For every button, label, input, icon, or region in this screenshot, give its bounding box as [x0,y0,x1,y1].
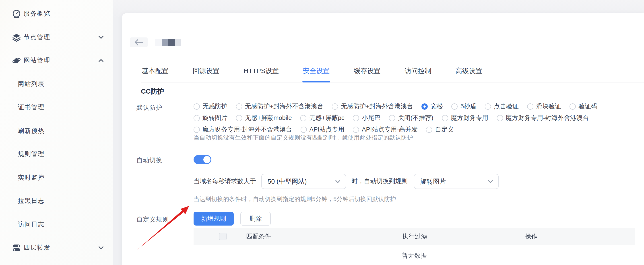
radio-option[interactable]: 无感+屏蔽pc [300,114,344,122]
custom-rules-table: 匹配条件 执行过滤 操作 暂无数据 [194,228,635,265]
radio-option[interactable]: 无感防护+封海外含港澳台 [332,102,413,111]
threshold-select[interactable]: 50 (中型网站) [261,174,346,189]
radio-option[interactable]: 旋转图片 [194,114,228,122]
app-root: 服务概览 节点管理 网站管理 [0,0,644,265]
radio-label: 5秒盾 [460,102,476,111]
radio-icon [300,115,306,121]
arrow-left-icon [134,39,143,45]
table-empty-state: 暂无数据 [194,245,635,265]
tab-origin-settings[interactable]: 回源设置 [192,60,220,82]
radio-row: 无感防护 无感防护+封海外不含港澳台 无感防护+封海外含港澳台 宽松 5秒盾 点… [194,102,637,111]
default-protection-help: 当自动切换没有生效和下面的自定义规则没有匹配到时，就使用此处指定的默认防护 [194,134,413,142]
add-rule-button[interactable]: 新增规则 [194,212,234,226]
sidebar-item-access-log[interactable]: 访问日志 [0,213,113,236]
chevron-down-icon [336,180,340,183]
radio-icon [442,115,448,121]
radio-option[interactable]: 滑块验证 [527,102,561,111]
radio-option[interactable]: 点击验证 [485,102,519,111]
radio-option[interactable]: 小尾巴 [353,114,381,122]
radio-icon [194,103,200,110]
threshold-select-value: 50 (中型网站) [268,177,307,186]
sidebar-item-label: 拉黑日志 [18,197,44,205]
tab-label: 高级设置 [455,67,482,75]
default-protection-label: 默认防护 [136,104,190,112]
delete-rule-button[interactable]: 删除 [240,212,271,226]
radio-label: 小尾巴 [362,114,381,122]
back-button[interactable] [130,37,148,47]
tab-cache-settings[interactable]: 缓存设置 [353,60,381,82]
tab-label: 基本配置 [142,67,168,75]
detail-header [130,36,181,48]
tab-label: 访问控制 [404,67,431,75]
sidebar-item-node-management[interactable]: 节点管理 [0,26,113,49]
sidebar-item-label: 刷新预热 [18,127,44,135]
radio-option[interactable]: 5秒盾 [452,102,476,111]
sidebar-item-realtime-monitor[interactable]: 实时监控 [0,166,113,189]
radio-option[interactable]: 魔方财务专用 [442,114,488,122]
tab-label: HTTPS设置 [244,67,279,75]
sidebar-item-rule-management[interactable]: 规则管理 [0,143,113,166]
radio-label: 旋转图片 [202,114,228,122]
sliders-icon [12,244,21,253]
radio-icon [570,103,576,110]
auto-switch-label: 自动切换 [136,156,190,165]
radio-icon [300,127,306,133]
sidebar-item-label: 网站列表 [18,80,44,88]
radio-option[interactable]: 自定义 [426,126,454,134]
radio-icon [194,127,200,133]
tab-basic-config[interactable]: 基本配置 [141,60,170,82]
settings-tabs: 基本配置 回源设置 HTTPS设置 安全设置 缓存设置 访问控制 高级设置 [141,60,644,82]
sidebar-item-website-management[interactable]: 网站管理 [0,49,113,72]
radio-option[interactable]: 无感+屏蔽mobile [236,114,292,122]
column-header-filter-action: 执行过滤 [402,228,427,245]
radio-icon [422,103,428,110]
radio-label: API站点专用-高并发 [362,126,418,134]
radio-icon [485,103,491,110]
sidebar-item-certificate-management[interactable]: 证书管理 [0,96,113,119]
radio-label: 魔方财务专用-封海外不含港澳台 [202,126,292,134]
sidebar-item-label: 服务概览 [24,10,50,18]
toggle-knob [203,156,210,163]
sidebar-item-refresh-preheat[interactable]: 刷新预热 [0,119,113,143]
layers-icon [12,33,21,42]
auto-switch-toggle[interactable] [194,155,212,164]
radio-option[interactable]: 验证码 [570,102,597,111]
radio-option[interactable]: API站点专用-高并发 [353,126,418,134]
select-all-checkbox[interactable] [219,233,226,240]
tab-label: 回源设置 [193,67,220,75]
radio-option[interactable]: 无感防护+封海外不含港澳台 [236,102,323,111]
radio-icon [496,115,503,121]
radio-label: 无感+屏蔽mobile [245,114,292,122]
sidebar-item-label: 四层转发 [24,244,50,252]
sidebar-item-service-overview[interactable]: 服务概览 [0,2,113,26]
radio-icon [353,115,359,121]
radio-option[interactable]: 无感防护 [194,102,228,111]
sidebar-item-label: 网站管理 [24,57,50,65]
radio-icon [194,115,200,121]
tab-label: 缓存设置 [354,67,380,75]
radio-icon [452,103,458,110]
radio-label: 宽松 [430,102,443,111]
radio-option-selected[interactable]: 宽松 [422,102,443,111]
tab-https-settings[interactable]: HTTPS设置 [242,60,280,82]
radio-option[interactable]: 魔方财务专用-封海外含港澳台 [496,114,589,122]
radio-label: API站点专用 [309,126,344,134]
radio-option[interactable]: API站点专用 [300,126,344,134]
sidebar-item-blacklist-log[interactable]: 拉黑日志 [0,189,113,213]
main-panel: 基本配置 回源设置 HTTPS设置 安全设置 缓存设置 访问控制 高级设置 CC… [122,13,644,265]
radio-icon [236,115,242,121]
switch-rule-select[interactable]: 旋转图片 [414,174,498,189]
radio-label: 验证码 [578,102,597,111]
auto-switch-condition-row: 当域名每秒请求数大于 50 (中型网站) 时，自动切换到规则 旋转图片 [194,174,504,189]
tab-access-control[interactable]: 访问控制 [404,60,432,82]
radio-label: 无感防护+封海外不含港澳台 [245,102,323,111]
sidebar-item-website-list[interactable]: 网站列表 [0,72,113,96]
radio-label: 关闭(不推荐) [398,114,434,122]
radio-option[interactable]: 关闭(不推荐) [389,114,434,122]
tab-advanced-settings[interactable]: 高级设置 [454,60,483,82]
radio-option[interactable]: 魔方财务专用-封海外不含港澳台 [194,126,292,134]
sidebar-item-layer4-forwarding[interactable]: 四层转发 [0,236,113,260]
section-title-cc-protection: CC防护 [141,87,164,96]
radio-icon [426,127,432,133]
tab-security-settings[interactable]: 安全设置 [302,60,330,82]
